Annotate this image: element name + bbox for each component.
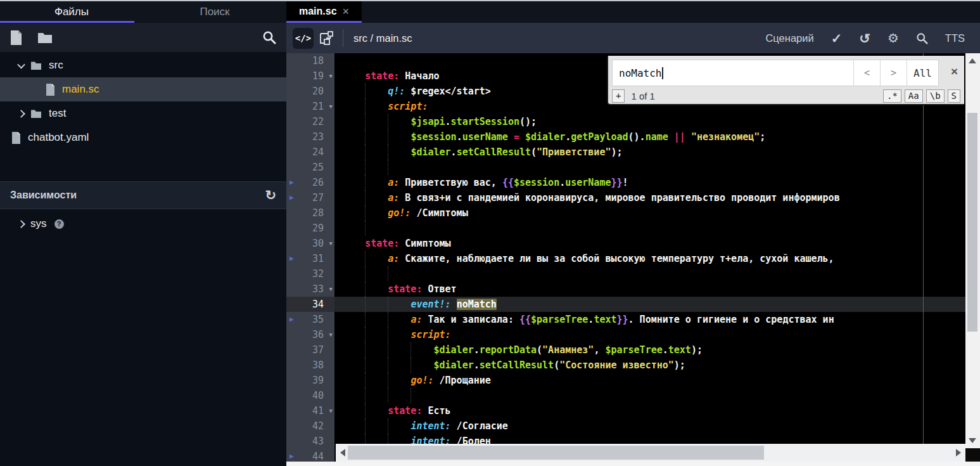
code-line-40[interactable]: 40: [286, 388, 980, 403]
gutter-line-34[interactable]: 34: [286, 297, 334, 312]
code-line-content[interactable]: $session.userName = $dialer.getPayload()…: [334, 129, 980, 145]
play-marker-icon[interactable]: ▶: [290, 251, 294, 266]
add-search-button[interactable]: +: [612, 89, 625, 103]
new-file-icon[interactable]: [10, 30, 22, 45]
help-icon[interactable]: ?: [54, 219, 64, 229]
code-line-31[interactable]: ▶31 a: Скажите, наблюдаете ли вы за собо…: [286, 251, 980, 266]
gutter-line-29[interactable]: 29: [286, 221, 334, 236]
code-line-37[interactable]: 37 $dialer.reportData("Анамнез", $parseT…: [286, 342, 980, 358]
play-marker-icon[interactable]: ▶: [290, 312, 294, 327]
code-line-26[interactable]: ▶26 a: Приветствую вас, {{$session.userN…: [286, 175, 980, 190]
code-line-28[interactable]: 28 go!: /Симптомы: [286, 205, 980, 221]
code-line-25[interactable]: 25: [286, 160, 980, 175]
search-icon[interactable]: [262, 30, 276, 44]
code-line-content[interactable]: $dialer.reportData("Анамнез", $parseTree…: [334, 342, 980, 358]
vertical-scrollbar[interactable]: [965, 53, 980, 448]
gutter-line-26[interactable]: ▶26: [286, 175, 334, 190]
code-line-content[interactable]: [334, 266, 980, 282]
fold-arrow-icon[interactable]: ▼: [329, 282, 333, 297]
fold-arrow-icon[interactable]: ▼: [329, 403, 333, 418]
chevron-right-icon[interactable]: [11, 111, 30, 117]
play-marker-icon[interactable]: ▶: [290, 175, 294, 190]
tree-item-main-sc[interactable]: main.sc: [0, 77, 286, 101]
code-line-42[interactable]: 42 intent: /Согласие: [286, 418, 980, 434]
gutter-line-40[interactable]: 40: [286, 388, 334, 403]
tts-button[interactable]: TTS: [945, 32, 965, 44]
code-line-27[interactable]: ▶27 a: В связ+и с пандемией коронавируса…: [286, 190, 980, 205]
gutter-line-31[interactable]: ▶31: [286, 251, 334, 266]
code-line-content[interactable]: [334, 388, 980, 403]
code-line-content[interactable]: state: Ответ: [334, 282, 980, 297]
search-close-icon[interactable]: ×: [951, 65, 958, 79]
tab-search[interactable]: Поиск: [143, 1, 286, 23]
gutter-line-35[interactable]: ▶35: [286, 312, 334, 327]
search-input[interactable]: noMatch: [613, 60, 853, 86]
code-line-41[interactable]: 41▼ state: Есть: [286, 403, 980, 418]
horizontal-scrollbar[interactable]: [336, 444, 965, 462]
undo-icon[interactable]: ↺: [859, 32, 870, 45]
flow-view-icon[interactable]: [319, 30, 334, 46]
code-line-35[interactable]: ▶35 a: Так и записала: {{$parseTree.text…: [286, 312, 980, 327]
gutter-line-28[interactable]: 28: [286, 205, 334, 221]
gutter-line-38[interactable]: 38: [286, 358, 334, 373]
code-view-button[interactable]: </>: [293, 28, 314, 49]
gutter-line-27[interactable]: ▶27: [286, 190, 334, 205]
check-icon[interactable]: ✓: [831, 32, 843, 45]
close-icon[interactable]: ×: [343, 6, 350, 17]
word-boundary-toggle[interactable]: \b: [926, 89, 945, 103]
gutter-line-23[interactable]: 23: [286, 129, 334, 145]
refresh-icon[interactable]: ↻: [265, 188, 276, 203]
code-line-content[interactable]: $jsapi.startSession();: [334, 114, 980, 129]
scroll-left-arrow-icon[interactable]: [340, 449, 345, 456]
gutter-line-20[interactable]: 20: [286, 84, 334, 99]
code-line-content[interactable]: intent: /Согласие: [334, 418, 980, 434]
gutter-line-33[interactable]: 33▼: [286, 282, 334, 297]
code-line-content[interactable]: $dialer.setCallResult("Приветствие");: [334, 145, 980, 160]
gutter-line-39[interactable]: 39: [286, 373, 334, 388]
code-line-content[interactable]: state: Симптомы: [334, 236, 980, 251]
code-editor[interactable]: 1819▼ state: Начало20 q!: $regex</start>…: [286, 53, 980, 466]
fold-arrow-icon[interactable]: ▼: [329, 236, 333, 251]
code-line-23[interactable]: 23 $session.userName = $dialer.getPayloa…: [286, 129, 980, 145]
chevron-down-icon[interactable]: [11, 63, 30, 68]
code-line-content[interactable]: [334, 221, 980, 236]
code-line-29[interactable]: 29: [286, 221, 980, 236]
code-line-30[interactable]: 30▼ state: Симптомы: [286, 236, 980, 251]
tree-item-chatbot-yaml[interactable]: chatbot.yaml: [0, 126, 286, 150]
code-line-content[interactable]: [334, 160, 980, 175]
find-prev-button[interactable]: <: [853, 60, 880, 86]
tree-item-src[interactable]: src: [0, 53, 286, 77]
new-folder-icon[interactable]: [37, 32, 53, 43]
gear-icon[interactable]: ⚙: [888, 32, 899, 44]
gutter-line-19[interactable]: 19▼: [286, 68, 334, 84]
code-line-32[interactable]: 32: [286, 266, 980, 282]
gutter-line-43[interactable]: 43: [286, 434, 334, 449]
code-line-38[interactable]: 38 $dialer.setCallResult("Состояние изве…: [286, 358, 980, 373]
selection-toggle[interactable]: S: [948, 89, 960, 103]
scroll-down-arrow-icon[interactable]: [969, 438, 976, 443]
code-line-content[interactable]: $dialer.setCallResult("Состояние известн…: [334, 358, 980, 373]
play-marker-icon[interactable]: ▶: [290, 190, 294, 205]
editor-tab-main-sc[interactable]: main.sc ×: [286, 1, 362, 23]
fold-arrow-icon[interactable]: ▼: [329, 327, 333, 342]
code-line-content[interactable]: a: Скажите, наблюдаете ли вы за собой вы…: [334, 251, 980, 266]
code-line-content[interactable]: go!: /Прощание: [334, 373, 980, 388]
code-line-content[interactable]: a: Приветствую вас, {{$session.userName}…: [334, 175, 980, 190]
code-line-36[interactable]: 36▼ script:: [286, 327, 980, 342]
gutter-line-42[interactable]: 42: [286, 418, 334, 434]
code-line-33[interactable]: 33▼ state: Ответ: [286, 282, 980, 297]
gutter-line-36[interactable]: 36▼: [286, 327, 334, 342]
tab-files[interactable]: Файлы: [0, 1, 143, 23]
fold-arrow-icon[interactable]: ▼: [329, 68, 333, 84]
scroll-right-arrow-icon[interactable]: [956, 449, 961, 456]
code-line-34[interactable]: 34 event!: noMatch: [286, 297, 980, 312]
dependency-sys[interactable]: sys?: [0, 209, 286, 238]
gutter-line-41[interactable]: 41▼: [286, 403, 334, 418]
fold-arrow-icon[interactable]: ▼: [329, 99, 333, 114]
code-line-22[interactable]: 22 $jsapi.startSession();: [286, 114, 980, 129]
gutter-line-32[interactable]: 32: [286, 266, 334, 282]
find-all-button[interactable]: All: [907, 60, 938, 86]
gutter-line-22[interactable]: 22: [286, 114, 334, 129]
code-line-content[interactable]: a: Так и записала: {{$parseTree.text}}. …: [334, 312, 980, 327]
find-next-button[interactable]: >: [880, 60, 907, 86]
